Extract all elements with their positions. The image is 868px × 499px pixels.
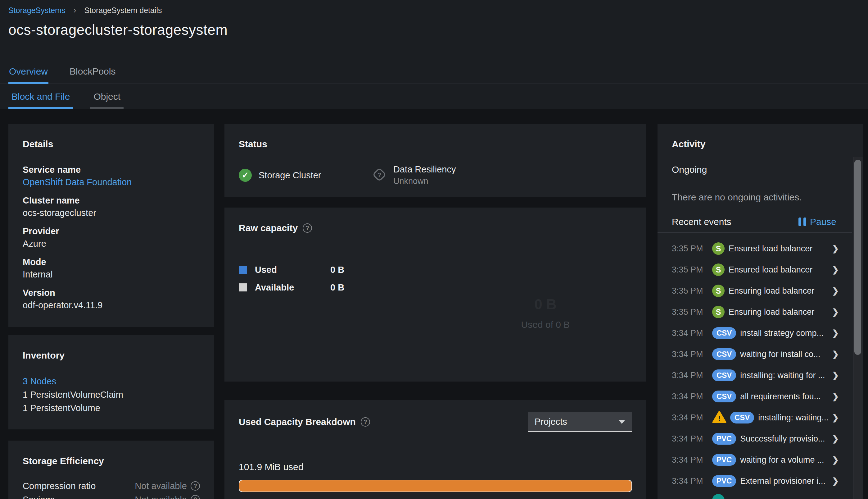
tab-object[interactable]: Object xyxy=(90,84,124,109)
primary-tab-bar: Overview BlockPools xyxy=(0,59,868,84)
chevron-right-icon[interactable]: ❯ xyxy=(832,434,839,444)
tab-overview[interactable]: Overview xyxy=(8,59,48,84)
chevron-right-icon[interactable]: ❯ xyxy=(832,392,839,401)
chevron-right-icon[interactable]: ❯ xyxy=(832,286,839,296)
chevron-right-icon[interactable]: ❯ xyxy=(832,328,839,338)
page-title: ocs-storagecluster-storagesystem xyxy=(8,22,868,38)
chevron-right-icon[interactable]: ❯ xyxy=(832,455,839,465)
event-message: Ensured load balancer xyxy=(729,244,828,254)
detail-label: Cluster name xyxy=(23,194,200,207)
event-time: 3:34 PM xyxy=(672,476,712,486)
service-name-link[interactable]: OpenShift Data Foundation xyxy=(23,176,131,188)
event-row[interactable]: 3:34 PM PVC waiting for a volume ... ❯ xyxy=(672,449,839,471)
donut-center-label: 0 B Used of 0 B xyxy=(483,297,607,329)
details-card: Details Service name OpenShift Data Foun… xyxy=(8,124,214,327)
event-row[interactable]: 3:34 PM PVC External provisioner i... ❯ xyxy=(672,471,839,491)
breakdown-by-value: Projects xyxy=(534,417,567,427)
activity-scrollbar-track[interactable] xyxy=(853,157,863,499)
detail-label: Provider xyxy=(23,225,200,238)
event-message: Successfully provisio... xyxy=(740,434,828,444)
breadcrumb-link-storagesystems[interactable]: StorageSystems xyxy=(8,6,65,15)
detail-value: Azure xyxy=(23,238,200,250)
event-row[interactable]: 3:35 PM S Ensuring load balancer ❯ xyxy=(672,301,839,322)
event-message: install strategy comp... xyxy=(740,328,828,338)
ongoing-empty-message: There are no ongoing activities. xyxy=(657,180,852,211)
event-row[interactable]: 3:35 PM S Ensuring load balancer ❯ xyxy=(672,280,839,301)
event-time: 3:35 PM xyxy=(672,244,712,254)
chevron-right-icon[interactable]: ❯ xyxy=(832,350,839,359)
event-row[interactable]: 3:34 PM ! CSV installing: waiting... ❯ xyxy=(672,407,839,428)
detail-label: Service name xyxy=(23,163,200,176)
legend-label: Used xyxy=(255,265,330,275)
used-capacity-text: 101.9 MiB used xyxy=(239,462,632,472)
efficiency-value: Not available xyxy=(135,479,187,493)
event-badge-partial xyxy=(712,494,725,499)
event-message: Ensured load balancer xyxy=(729,265,828,275)
event-source-badge: S xyxy=(712,264,725,276)
event-source-badge: S xyxy=(712,306,725,318)
detail-value: odf-operator.v4.11.9 xyxy=(23,299,200,311)
detail-field: Mode Internal xyxy=(23,256,200,281)
efficiency-row: Compression ratio Not available ? xyxy=(23,479,200,493)
detail-field: Service name OpenShift Data Foundation xyxy=(23,163,200,188)
event-row[interactable]: 3:35 PM S Ensured load balancer ❯ xyxy=(672,259,839,280)
event-row[interactable]: 3:34 PM CSV waiting for install co... ❯ xyxy=(672,344,839,365)
check-circle-icon: ✓ xyxy=(239,169,252,182)
activity-scroll-area: Ongoing There are no ongoing activities.… xyxy=(657,157,852,499)
help-icon[interactable]: ? xyxy=(361,417,370,427)
detail-label: Version xyxy=(23,287,200,299)
help-icon[interactable]: ? xyxy=(303,223,312,233)
event-time: 3:35 PM xyxy=(672,265,712,275)
nodes-link[interactable]: 3 Nodes xyxy=(23,375,56,388)
legend-label: Available xyxy=(255,282,330,293)
event-source-badge: CSV xyxy=(712,391,736,402)
event-time: 3:34 PM xyxy=(672,371,712,380)
efficiency-row: Savings Not available ? xyxy=(23,493,200,499)
event-row[interactable]: 3:34 PM CSV all requirements fou... ❯ xyxy=(672,386,839,407)
data-resiliency-status: ? Data Resiliency Unknown xyxy=(372,163,456,187)
event-row[interactable]: 3:34 PM CSV install strategy comp... ❯ xyxy=(672,322,839,344)
breakdown-by-select[interactable]: Projects xyxy=(528,412,632,432)
tab-block-and-file[interactable]: Block and File xyxy=(8,84,73,109)
raw-capacity-card: Raw capacity ? Used 0 B Available 0 B xyxy=(225,208,646,381)
left-column: Details Service name OpenShift Data Foun… xyxy=(8,124,214,499)
event-message: installing: waiting for ... xyxy=(740,371,828,380)
legend-value: 0 B xyxy=(330,265,344,275)
efficiency-label: Compression ratio xyxy=(23,479,96,493)
chevron-right-icon[interactable]: ❯ xyxy=(832,265,839,275)
event-message: Ensuring load balancer xyxy=(729,286,828,296)
pause-events-button[interactable]: Pause xyxy=(798,217,836,227)
chevron-right-icon[interactable]: ❯ xyxy=(832,413,839,423)
event-message: External provisioner i... xyxy=(740,476,828,486)
event-source-badge: PVC xyxy=(712,454,736,466)
chevron-right-icon[interactable]: ❯ xyxy=(832,307,839,317)
activity-scrollbar-thumb[interactable] xyxy=(854,160,861,355)
raw-capacity-legend: Used 0 B Available 0 B xyxy=(239,264,632,294)
event-row[interactable]: 3:34 PM CSV installing: waiting for ... … xyxy=(672,365,839,386)
recent-events-section-title: Recent events xyxy=(672,217,731,227)
help-icon[interactable]: ? xyxy=(191,495,200,499)
chevron-down-icon xyxy=(618,420,625,424)
tab-blockpools[interactable]: BlockPools xyxy=(69,59,116,84)
activity-card: Activity Ongoing There are no ongoing ac… xyxy=(657,124,863,499)
available-swatch-icon xyxy=(239,283,247,291)
legend-value: 0 B xyxy=(330,282,344,293)
chevron-right-icon[interactable]: ❯ xyxy=(832,244,839,254)
event-row[interactable]: 3:34 PM PVC Successfully provisio... ❯ xyxy=(672,428,839,449)
status-label: Data Resiliency xyxy=(393,163,456,175)
chevron-right-icon[interactable]: ❯ xyxy=(832,371,839,380)
event-time: 3:34 PM xyxy=(672,350,712,359)
storage-efficiency-card: Storage Efficiency Compression ratio Not… xyxy=(8,441,214,499)
secondary-tab-bar: Block and File Object xyxy=(0,84,868,109)
event-time: 3:35 PM xyxy=(672,307,712,317)
help-icon[interactable]: ? xyxy=(191,481,200,491)
event-message: installing: waiting... xyxy=(758,413,828,423)
chevron-right-icon[interactable]: ❯ xyxy=(832,476,839,486)
detail-field: Cluster name ocs-storagecluster xyxy=(23,194,200,219)
svg-text:!: ! xyxy=(718,414,720,423)
pvc-count: 1 PersistentVolumeClaim xyxy=(23,388,200,401)
event-row[interactable]: 3:35 PM S Ensured load balancer ❯ xyxy=(672,238,839,259)
used-swatch-icon xyxy=(239,266,247,274)
status-label: Storage Cluster xyxy=(259,170,321,181)
legend-row-available: Available 0 B xyxy=(239,281,632,294)
